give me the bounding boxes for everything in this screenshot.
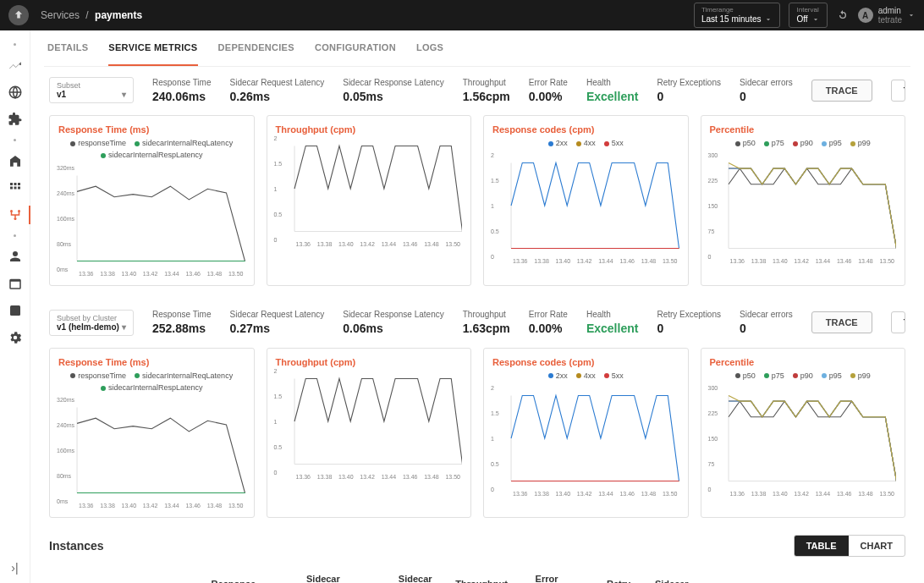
view-toggle: TABLECHART [891, 80, 905, 102]
column-header[interactable]: Sidecar Response Latency (ms) [347, 565, 439, 583]
chart-title: Throughput (cpm) [276, 124, 463, 135]
metric-sidecar-errors: Sidecar errors0 [740, 310, 793, 335]
chart-title: Response Time (ms) [58, 357, 245, 367]
trace-button[interactable]: TRACE [811, 80, 872, 102]
metric-throughput: Throughput1.56cpm [463, 78, 510, 103]
sidebar-item-org[interactable] [8, 153, 23, 168]
logo[interactable] [8, 5, 29, 25]
sidebar-item-users[interactable] [8, 249, 23, 264]
breadcrumb-current: payments [95, 9, 142, 21]
chart-area[interactable]: 320ms240ms160ms80ms0ms [58, 399, 245, 501]
column-header[interactable]: Retry Exceptions [564, 565, 637, 583]
topbar: Services / payments Timerange Last 15 mi… [0, 0, 924, 30]
breadcrumb-parent[interactable]: Services [41, 9, 80, 21]
sidebar-dot [14, 43, 16, 46]
column-header[interactable]: P75 [822, 565, 864, 583]
sidebar-item-extension[interactable] [8, 112, 23, 127]
tabs: DETAILSSERVICE METRICSDEPENDENCIESCONFIG… [44, 30, 910, 67]
tab-dependencies[interactable]: DEPENDENCIES [218, 30, 294, 66]
sidebar-expand[interactable]: ›| [11, 561, 18, 575]
chart-title: Response codes (cpm) [492, 124, 679, 135]
chevron-down-icon [907, 11, 916, 19]
subset-selector[interactable]: Subset by Clusterv1 (helm-demo)▾ [49, 310, 134, 336]
trace-button[interactable]: TRACE [811, 311, 872, 333]
column-header[interactable]: Throughput (cpm) [439, 565, 514, 583]
chart-legend: 2xx4xx5xx [492, 138, 679, 150]
sidebar-dot [14, 234, 16, 237]
charts-row: Response Time (ms)responseTimesidecarInt… [49, 115, 905, 286]
metric-response-time: Response Time240.06ms [152, 78, 211, 103]
chart-xticks: 13.3613.3813.4013.4213.4413.4613.4813.50 [492, 258, 679, 264]
sidebar-item-wasm[interactable] [8, 303, 23, 318]
column-header[interactable]: P99 [696, 565, 738, 583]
sidebar-item-trend[interactable] [8, 58, 23, 73]
subset-selector[interactable]: Subsetv1▾ [49, 77, 134, 103]
sidebar-item-apps[interactable] [8, 180, 23, 195]
tab-logs[interactable]: LOGS [416, 30, 443, 66]
chart-area[interactable]: 300225150750 [710, 155, 897, 256]
tab-configuration[interactable]: CONFIGURATION [315, 30, 396, 66]
sidebar: ›| [0, 30, 30, 583]
user-menu[interactable]: A admin tetrate [858, 6, 916, 25]
column-header[interactable]: Sidecar Request Latency (ms) [262, 565, 347, 583]
column-header[interactable]: P95 [737, 565, 779, 583]
view-toggle: TABLECHART [891, 311, 905, 333]
metric-sidecar-request-latency: Sidecar Request Latency0.27ms [229, 310, 324, 335]
main-content: DETAILSSERVICE METRICSDEPENDENCIESCONFIG… [30, 30, 924, 583]
chart-card-throughput-cpm-: Throughput (cpm)21.510.5013.3613.3813.40… [267, 115, 472, 286]
metric-retry-exceptions: Retry Exceptions0 [657, 78, 721, 103]
interval-picker[interactable]: Interval Off [789, 3, 827, 28]
view-toggle-table[interactable]: TABLE [892, 80, 905, 101]
chart-legend: responseTimesidecarInternalReqLatencysid… [58, 371, 245, 395]
chart-legend: p50p75p90p95p99 [710, 138, 897, 150]
sidebar-item-global[interactable] [8, 85, 23, 100]
chart-xticks: 13.3613.3813.4013.4213.4413.4613.4813.50 [58, 503, 245, 509]
chart-title: Response Time (ms) [58, 124, 245, 135]
metric-response-time: Response Time252.88ms [152, 310, 211, 335]
chart-area[interactable]: 21.510.50 [492, 155, 679, 256]
chevron-down-icon [764, 15, 773, 24]
metric-row: Subset by Clusterv1 (helm-demo)▾Response… [44, 300, 910, 343]
chart-area[interactable]: 21.510.50 [276, 138, 463, 239]
tab-service-metrics[interactable]: SERVICE METRICS [108, 30, 197, 66]
column-header[interactable]: P50 [863, 565, 905, 583]
chart-area[interactable]: 320ms240ms160ms80ms0ms [58, 168, 245, 269]
metric-sidecar-request-latency: Sidecar Request Latency0.26ms [229, 78, 324, 103]
view-toggle-table[interactable]: TABLE [892, 312, 905, 333]
sidebar-item-settings[interactable] [8, 330, 23, 345]
svg-point-3 [14, 217, 16, 220]
sidebar-item-calendar[interactable] [8, 276, 23, 291]
chart-card-throughput-cpm-: Throughput (cpm)21.510.5013.3613.3813.40… [267, 348, 472, 519]
metric-retry-exceptions: Retry Exceptions0 [657, 310, 721, 335]
view-toggle-chart[interactable]: CHART [849, 536, 905, 556]
metric-health: HealthExcellent [586, 78, 638, 103]
timerange-picker[interactable]: Timerange Last 15 minutes [694, 3, 781, 28]
breadcrumb: Services / payments [41, 9, 142, 21]
chevron-down-icon [811, 15, 820, 24]
chart-area[interactable]: 21.510.50 [276, 371, 463, 472]
up-arrow-icon [13, 9, 25, 21]
column-header[interactable]: P90 [779, 565, 822, 583]
chart-card-percentile: Percentilep50p75p90p95p9930022515075013.… [701, 348, 906, 519]
column-header[interactable]: Name [49, 565, 146, 583]
column-header[interactable]: Sidecar Errors [637, 565, 696, 583]
chart-xticks: 13.3613.3813.4013.4213.4413.4613.4813.50 [276, 241, 463, 247]
svg-point-1 [10, 210, 13, 212]
view-toggle-table[interactable]: TABLE [795, 536, 849, 556]
chart-legend: responseTimesidecarInternalReqLatencysid… [58, 138, 245, 162]
svg-point-2 [18, 210, 20, 212]
metric-error-rate: Error Rate0.00% [529, 310, 568, 335]
chart-title: Throughput (cpm) [276, 357, 463, 367]
sidebar-item-topology[interactable] [8, 207, 23, 223]
chart-area[interactable]: 300225150750 [710, 388, 897, 489]
metric-row: Subsetv1▾Response Time240.06msSidecar Re… [44, 67, 910, 110]
column-header[interactable]: Health [146, 565, 189, 583]
tab-details[interactable]: DETAILS [47, 30, 88, 66]
chart-xticks: 13.3613.3813.4013.4213.4413.4613.4813.50 [58, 271, 245, 277]
refresh-icon[interactable] [836, 8, 850, 22]
chart-area[interactable]: 21.510.50 [492, 388, 679, 489]
charts-row: Response Time (ms)responseTimesidecarInt… [49, 348, 905, 519]
column-header[interactable]: Error Rate (%) [514, 565, 565, 583]
chart-xticks: 13.3613.3813.4013.4213.4413.4613.4813.50 [492, 491, 679, 497]
column-header[interactable]: Response Time (ms) [188, 565, 262, 583]
